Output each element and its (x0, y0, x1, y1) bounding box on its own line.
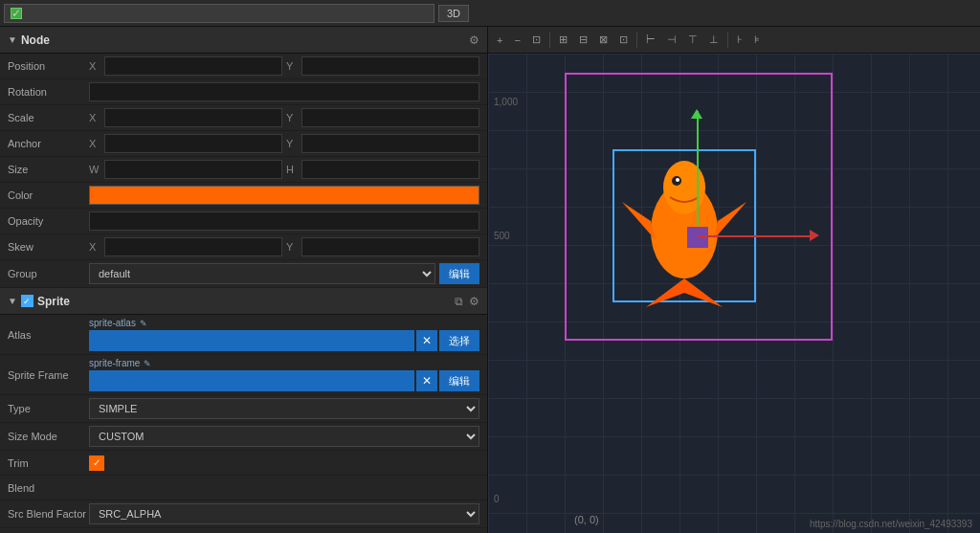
vp-tool-6[interactable]: ⊣ (662, 30, 681, 51)
svg-point-5 (663, 161, 705, 214)
sprite-copy-icon[interactable]: ⧉ (455, 295, 463, 308)
scale-label: Scale (8, 112, 89, 123)
fish-sprite (617, 144, 751, 307)
toolbar-separator-2 (636, 33, 637, 48)
skew-row: Skew X 0 Y 0 (0, 234, 487, 260)
scale-x-input[interactable]: 1 (104, 108, 282, 127)
btn-3d[interactable]: 3D (438, 5, 469, 22)
vp-tool-9[interactable]: ⊦ (732, 30, 747, 51)
atlas-content: sprite-atlas ✎ cherryblossom ✕ 选择 (89, 318, 479, 351)
frame-input[interactable]: fish_golden_1 (89, 370, 414, 391)
node-section-gear-icon[interactable]: ⚙ (469, 33, 479, 47)
vp-tool-7[interactable]: ⊤ (683, 30, 702, 51)
group-select[interactable]: default (89, 263, 435, 284)
rotation-label: Rotation (8, 86, 89, 98)
sprite-section-header[interactable]: ▼ ✓ Sprite ⧉ ⚙ (0, 288, 487, 315)
sprite-visible-checkbox[interactable]: ✓ (21, 295, 33, 307)
atlas-clear-button[interactable]: ✕ (416, 330, 437, 351)
sprite-frame-label: Sprite Frame (8, 369, 89, 381)
skew-y-input[interactable]: 0 (301, 237, 479, 256)
vp-tool-2[interactable]: ⊟ (574, 30, 592, 51)
anchor-y-input[interactable]: 0.5 (301, 134, 479, 153)
sprite-frame-content: sprite-frame ✎ fish_golden_1 ✕ 编辑 (89, 358, 479, 391)
svg-marker-4 (713, 202, 746, 240)
opacity-input[interactable]: 255 (89, 211, 479, 231)
frame-pencil-icon[interactable]: ✎ (144, 359, 151, 368)
position-y-input[interactable]: 0 (301, 56, 479, 76)
anchor-x-input[interactable]: 0.5 (104, 134, 282, 153)
size-mode-label: Size Mode (8, 431, 89, 442)
rotation-input[interactable]: 0 (89, 82, 479, 101)
x-axis-line (698, 235, 813, 237)
anchor-y-label: Y (286, 138, 298, 149)
zoom-out-button[interactable]: − (509, 30, 524, 51)
group-edit-button[interactable]: 编辑 (439, 263, 479, 284)
coord-label: (0, 0) (574, 514, 599, 525)
sprite-frame-row: Sprite Frame sprite-frame ✎ fish_golden_… (0, 355, 487, 395)
color-swatch[interactable] (89, 186, 479, 205)
zoom-in-button[interactable]: + (492, 30, 507, 51)
frame-input-row: fish_golden_1 ✕ 编辑 (89, 370, 479, 391)
skew-x-input[interactable]: 0 (104, 237, 282, 256)
top-bar: ✓ chessboard 3D (0, 0, 980, 27)
y-axis-line (697, 111, 699, 226)
size-row: Size W 400 H 400 (0, 157, 487, 183)
src-blend-content: SRC_ALPHA (89, 503, 479, 524)
trim-checkbox[interactable]: ✓ (89, 455, 104, 471)
svg-marker-1 (646, 278, 684, 307)
node-name-container: ✓ chessboard (4, 4, 434, 23)
size-label: Size (8, 164, 89, 175)
frame-sublabel-row: sprite-frame ✎ (89, 358, 479, 368)
position-y-label: Y (286, 60, 298, 72)
node-section-arrow: ▼ (8, 34, 17, 45)
node-visible-checkbox[interactable]: ✓ (11, 8, 22, 19)
type-row: Type SIMPLE (0, 395, 487, 423)
size-w-input[interactable]: 400 (104, 160, 282, 179)
vp-tool-5[interactable]: ⊢ (641, 30, 660, 51)
atlas-sublabel: sprite-atlas (89, 318, 136, 328)
size-mode-select[interactable]: CUSTOM (89, 426, 479, 447)
viewport: + − ⊡ ⊞ ⊟ ⊠ ⊡ ⊢ ⊣ ⊤ ⊥ ⊦ ⊧ 1,000 500 0 (488, 27, 980, 533)
sprite-section-icons: ⧉ ⚙ (455, 295, 479, 308)
sprite-frame-field: sprite-frame ✎ fish_golden_1 ✕ 编辑 (89, 358, 479, 391)
size-h-input[interactable]: 400 (301, 160, 479, 179)
position-x-input[interactable]: 0 (104, 56, 282, 76)
type-content: SIMPLE (89, 398, 479, 419)
frame-edit-button[interactable]: 编辑 (439, 370, 479, 391)
ruler-0: 0 (494, 494, 500, 504)
src-blend-row: Src Blend Factor SRC_ALPHA (0, 500, 487, 528)
type-label: Type (8, 403, 89, 414)
frame-clear-button[interactable]: ✕ (416, 370, 437, 391)
main-layout: ▼ Node ⚙ Position X 0 Y 0 Rotation 0 Sca… (0, 27, 980, 533)
left-panel: ▼ Node ⚙ Position X 0 Y 0 Rotation 0 Sca… (0, 27, 488, 533)
node-name-input[interactable]: chessboard (26, 7, 428, 20)
sprite-section-arrow: ▼ (8, 296, 17, 306)
skew-content: X 0 Y 0 (89, 237, 479, 256)
opacity-content: 255 (89, 211, 479, 231)
node-section-header[interactable]: ▼ Node ⚙ (0, 27, 487, 54)
toolbar-separator-3 (727, 33, 728, 48)
x-axis-arrowhead (810, 230, 819, 241)
vp-tool-1[interactable]: ⊞ (554, 30, 572, 51)
svg-point-7 (676, 178, 679, 182)
atlas-sublabel-row: sprite-atlas ✎ (89, 318, 479, 328)
vp-tool-3[interactable]: ⊠ (594, 30, 612, 51)
size-content: W 400 H 400 (89, 160, 479, 179)
center-anchor-square (687, 227, 708, 248)
vp-tool-8[interactable]: ⊥ (704, 30, 724, 51)
anchor-row: Anchor X 0.5 Y 0.5 (0, 131, 487, 157)
watermark: https://blog.csdn.net/weixin_42493393 (810, 519, 972, 529)
type-select[interactable]: SIMPLE (89, 398, 479, 419)
atlas-select-button[interactable]: 选择 (439, 330, 479, 351)
src-blend-select[interactable]: SRC_ALPHA (89, 503, 479, 524)
vp-tool-4[interactable]: ⊡ (614, 30, 633, 51)
atlas-pencil-icon[interactable]: ✎ (140, 319, 147, 328)
atlas-input[interactable]: cherryblossom (89, 330, 414, 351)
canvas-area[interactable]: 1,000 500 0 (488, 54, 980, 533)
sprite-gear-icon[interactable]: ⚙ (469, 295, 479, 308)
vp-tool-10[interactable]: ⊧ (749, 30, 765, 51)
scale-row: Scale X 1 Y 1 (0, 105, 487, 131)
scale-y-input[interactable]: 1 (301, 108, 479, 127)
zoom-fit-button[interactable]: ⊡ (527, 30, 546, 51)
svg-marker-3 (622, 202, 656, 240)
